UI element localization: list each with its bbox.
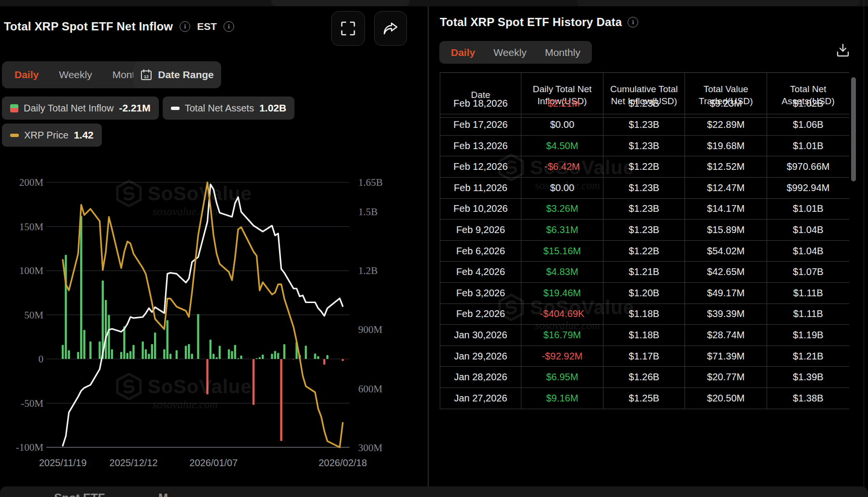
cell-value: $6.31M xyxy=(521,220,603,241)
tab-weekly[interactable]: Weekly xyxy=(59,69,92,81)
table-scrollbar-thumb[interactable] xyxy=(851,77,856,181)
cell-value: $14.17M xyxy=(685,199,767,220)
download-icon xyxy=(836,43,850,57)
cell-value: $1.06B xyxy=(767,114,849,136)
svg-text:2026/02/18: 2026/02/18 xyxy=(319,457,367,468)
cell-date: Feb 2,2026 xyxy=(440,304,521,325)
cell-value: $1.23B xyxy=(603,199,685,220)
legend-inflow[interactable]: Daily Total Net Inflow -2.21M xyxy=(2,97,159,120)
svg-text:-50M: -50M xyxy=(21,398,43,409)
svg-text:12: 12 xyxy=(144,74,149,79)
cell-date: Feb 13,2026 xyxy=(440,136,521,157)
chart-legend: Daily Total Net Inflow -2.21M Total Net … xyxy=(2,97,294,120)
timezone-label: EST xyxy=(197,21,217,32)
table-title: Total XRP Spot ETF History Data xyxy=(440,15,622,29)
svg-text:300M: 300M xyxy=(358,442,383,454)
cell-value: -$6.42M xyxy=(521,156,603,178)
cell-value: $20.50M xyxy=(685,388,767,409)
net-inflow-chart: 200M150M100M50M0-50M-100M1.65B1.5B1.2B90… xyxy=(0,153,428,486)
cell-value: $1.23B xyxy=(603,136,685,157)
table-tab-monthly[interactable]: Monthly xyxy=(545,47,581,58)
cell-value: $1.23B xyxy=(603,220,685,241)
legend-price[interactable]: XRP Price 1.42 xyxy=(2,124,102,147)
price-swatch-icon xyxy=(10,134,19,137)
cell-date: Feb 4,2026 xyxy=(440,262,521,283)
cell-date: Jan 30,2026 xyxy=(440,325,521,346)
svg-text:2025/12/12: 2025/12/12 xyxy=(110,457,158,468)
cell-value: $19.46M xyxy=(521,283,603,304)
legend-assets[interactable]: Total Net Assets 1.02B xyxy=(163,97,294,120)
svg-text:100M: 100M xyxy=(19,265,44,276)
cell-value: $49.17M xyxy=(685,283,767,304)
cell-value: $39.39M xyxy=(685,304,767,325)
svg-text:2026/01/07: 2026/01/07 xyxy=(189,457,238,468)
info-icon[interactable]: i xyxy=(180,21,190,32)
next-section-text: Spot ETF xyxy=(54,491,105,497)
cell-date: Feb 3,2026 xyxy=(440,283,521,304)
panel-divider xyxy=(428,6,429,486)
svg-text:-100M: -100M xyxy=(16,442,43,453)
cell-date: Feb 17,2026 xyxy=(440,114,521,136)
table-tab-daily[interactable]: Daily xyxy=(451,47,475,58)
cell-value: $9.23M xyxy=(685,94,767,115)
cell-value: -$404.69K xyxy=(521,304,603,325)
calendar-icon: 12 xyxy=(140,69,152,81)
svg-text:1.65B: 1.65B xyxy=(358,177,383,188)
cell-value: $1.25B xyxy=(603,388,685,409)
cell-value: $1.18B xyxy=(603,325,685,346)
cell-value: $0.00 xyxy=(521,178,603,199)
page-title: Total XRP Spot ETF Net Inflow xyxy=(4,20,173,33)
window-edge xyxy=(864,0,864,497)
table-header-row: Total XRP Spot ETF History Data i xyxy=(440,14,638,31)
cell-value: $3.26M xyxy=(521,199,603,220)
svg-text:50M: 50M xyxy=(24,309,43,321)
cell-value: $1.01B xyxy=(767,199,849,220)
cell-value: $992.94M xyxy=(767,178,849,199)
svg-text:1.2B: 1.2B xyxy=(358,265,378,276)
cell-value: -$2.21M xyxy=(521,94,603,115)
inflow-value: -2.21M xyxy=(119,102,150,114)
history-table: DateDaily Total Net Inflow(USD)Cumulativ… xyxy=(440,72,849,409)
table-info-icon[interactable]: i xyxy=(628,17,638,28)
cell-value: $4.83M xyxy=(521,262,603,283)
share-button[interactable] xyxy=(374,11,407,46)
cell-value: $15.89M xyxy=(685,220,767,241)
cell-value: $1.21B xyxy=(603,262,685,283)
cell-value: $1.22B xyxy=(603,156,685,178)
top-tab-notch xyxy=(271,0,409,6)
table-tab-weekly[interactable]: Weekly xyxy=(493,47,526,58)
date-range-label: Date Range xyxy=(158,69,214,81)
cell-value: $12.47M xyxy=(685,178,767,199)
cell-date: Jan 28,2026 xyxy=(440,367,521,388)
history-table-wrap: DateDaily Total Net Inflow(USD)Cumulativ… xyxy=(440,72,849,424)
cell-value: $22.89M xyxy=(685,114,767,136)
fullscreen-icon xyxy=(341,21,355,36)
cell-value: $1.01B xyxy=(767,136,849,157)
cell-value: $9.16M xyxy=(521,388,603,409)
cell-value: $1.20B xyxy=(603,283,685,304)
timezone-info-icon[interactable]: i xyxy=(224,21,234,32)
svg-text:200M: 200M xyxy=(19,177,44,188)
fullscreen-button[interactable] xyxy=(331,11,365,46)
price-value: 1.42 xyxy=(74,129,94,141)
svg-text:2025/11/19: 2025/11/19 xyxy=(39,457,87,468)
cell-value: $16.79M xyxy=(521,325,603,346)
chart-legend-row2: XRP Price 1.42 xyxy=(2,124,102,147)
svg-text:600M: 600M xyxy=(358,383,383,395)
tab-daily[interactable]: Daily xyxy=(14,69,39,81)
cell-date: Feb 11,2026 xyxy=(440,178,521,199)
svg-text:900M: 900M xyxy=(358,324,383,335)
cell-value: $1.23B xyxy=(603,114,685,136)
cell-date: Feb 6,2026 xyxy=(440,241,521,262)
cell-value: $15.16M xyxy=(521,241,603,262)
table-period-tabs: Daily Weekly Monthly xyxy=(439,41,592,64)
cell-value: $1.21B xyxy=(767,346,849,367)
cell-value: $970.66M xyxy=(767,156,849,178)
download-button[interactable] xyxy=(834,41,852,59)
date-range-button[interactable]: 12 Date Range xyxy=(133,61,221,88)
cell-value: $1.02B xyxy=(767,94,849,115)
cell-date: Jan 27,2026 xyxy=(440,388,521,409)
cell-value: $1.17B xyxy=(603,346,685,367)
cell-date: Feb 18,2026 xyxy=(440,94,521,115)
cell-value: $1.38B xyxy=(767,388,849,409)
